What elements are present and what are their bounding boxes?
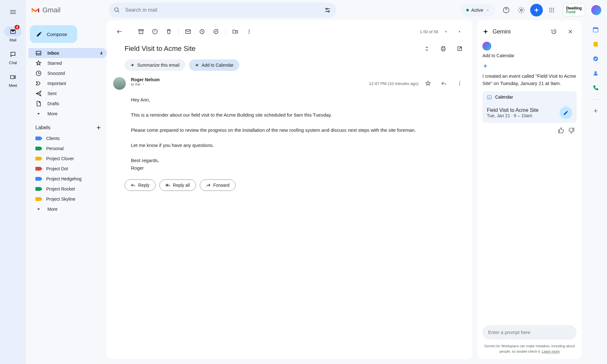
organization-chip[interactable]: Dwelling Fund bbox=[563, 4, 585, 16]
add-to-calendar-chip[interactable]: Add to Calendar bbox=[189, 59, 239, 71]
clock-icon bbox=[199, 28, 205, 35]
nav-sent[interactable]: Sent bbox=[28, 88, 107, 99]
nav-drafts-label: Drafts bbox=[47, 101, 59, 106]
svg-point-4 bbox=[520, 9, 522, 11]
label-color-icon bbox=[35, 147, 40, 150]
label-item[interactable]: Project Hedgehog bbox=[28, 174, 107, 184]
nav-important[interactable]: Important bbox=[28, 78, 107, 88]
rail-chat[interactable]: Chat bbox=[4, 49, 22, 65]
more-actions-button[interactable] bbox=[243, 25, 255, 38]
star-message-button[interactable] bbox=[422, 77, 434, 90]
help-icon bbox=[502, 6, 510, 14]
thumbs-down-button[interactable] bbox=[568, 127, 575, 134]
thumbs-up-button[interactable] bbox=[558, 127, 564, 134]
label-item[interactable]: Project Rocket bbox=[28, 184, 107, 194]
edit-event-button[interactable] bbox=[560, 106, 572, 119]
event-card[interactable]: Field Visit to Acme Site Tue, Jan 21 · 9… bbox=[482, 103, 577, 123]
recipient-line[interactable]: to me bbox=[131, 82, 364, 87]
rail-meet[interactable]: Meet bbox=[4, 72, 22, 88]
gemini-button[interactable] bbox=[530, 4, 543, 16]
reply-button[interactable]: Reply bbox=[125, 179, 156, 191]
hamburger-icon bbox=[9, 8, 17, 16]
search-options-button[interactable] bbox=[321, 4, 334, 16]
mark-unread-button[interactable] bbox=[182, 25, 194, 38]
nav-drafts[interactable]: Drafts bbox=[28, 99, 107, 109]
label-item[interactable]: Personal bbox=[28, 143, 107, 154]
label-color-icon bbox=[35, 197, 40, 201]
label-color-icon bbox=[35, 167, 40, 171]
pencil-icon bbox=[36, 31, 42, 37]
nav-inbox[interactable]: Inbox 4 bbox=[28, 48, 107, 58]
nav-snoozed[interactable]: Snoozed bbox=[28, 68, 107, 78]
svg-point-18 bbox=[249, 30, 250, 31]
label-name: Project Dot bbox=[46, 166, 68, 171]
pager-next[interactable] bbox=[453, 25, 466, 38]
important-icon bbox=[35, 80, 42, 87]
svg-point-30 bbox=[595, 71, 597, 73]
calendar-source-chip[interactable]: 31 Calendar bbox=[482, 91, 577, 103]
addon-get-addons[interactable] bbox=[592, 108, 599, 114]
apps-button[interactable] bbox=[545, 4, 558, 16]
sender-avatar[interactable] bbox=[113, 77, 126, 90]
snooze-button[interactable] bbox=[196, 25, 208, 38]
nav-more[interactable]: More bbox=[28, 109, 107, 119]
nav-sent-label: Sent bbox=[47, 91, 57, 96]
nav-starred[interactable]: Starred bbox=[28, 58, 107, 68]
addon-voice[interactable] bbox=[592, 85, 599, 91]
logo[interactable]: Gmail bbox=[31, 6, 106, 14]
status-chip[interactable]: Active bbox=[461, 4, 495, 16]
account-avatar[interactable] bbox=[591, 4, 602, 16]
gemini-history-button[interactable] bbox=[548, 25, 560, 38]
add-task-button[interactable] bbox=[210, 25, 222, 38]
gemini-response: I created an event called "Field Visit t… bbox=[482, 73, 577, 87]
add-label-button[interactable] bbox=[95, 124, 102, 131]
message-more-button[interactable] bbox=[453, 77, 466, 90]
svg-rect-28 bbox=[593, 42, 598, 47]
label-item[interactable]: Project Clover bbox=[28, 154, 107, 164]
back-button[interactable] bbox=[113, 25, 126, 38]
addon-keep[interactable] bbox=[592, 41, 599, 47]
gemini-close-button[interactable] bbox=[564, 25, 577, 38]
label-item[interactable]: Project Skyline bbox=[28, 194, 107, 204]
expand-button[interactable] bbox=[420, 42, 433, 55]
gemini-prompt-field[interactable] bbox=[482, 325, 577, 340]
nav-snoozed-label: Snoozed bbox=[47, 71, 65, 76]
svg-point-5 bbox=[549, 8, 550, 9]
addon-tasks[interactable] bbox=[592, 56, 599, 62]
gemini-spark-icon bbox=[482, 28, 489, 35]
thumb-down-icon bbox=[568, 127, 575, 134]
settings-button[interactable] bbox=[515, 4, 528, 16]
label-item[interactable]: Clients bbox=[28, 133, 107, 143]
main-menu-button[interactable] bbox=[5, 4, 21, 20]
search-bar[interactable] bbox=[109, 3, 336, 18]
print-button[interactable] bbox=[437, 42, 450, 55]
move-to-button[interactable] bbox=[229, 25, 242, 38]
tune-icon bbox=[324, 7, 331, 13]
addon-contacts[interactable] bbox=[592, 70, 599, 76]
learn-more-link[interactable]: Learn more bbox=[542, 349, 560, 353]
archive-button[interactable] bbox=[135, 25, 147, 38]
open-new-window-button[interactable] bbox=[453, 42, 466, 55]
support-button[interactable] bbox=[500, 4, 512, 16]
delete-button[interactable] bbox=[162, 25, 175, 38]
gemini-user-avatar bbox=[482, 42, 491, 51]
reply-all-button[interactable]: Reply all bbox=[159, 179, 196, 191]
label-item[interactable]: Project Dot bbox=[28, 164, 107, 174]
labels-more[interactable]: More bbox=[28, 204, 107, 214]
reply-icon-button[interactable] bbox=[438, 77, 450, 90]
label-name: Personal bbox=[46, 146, 64, 151]
mail-badge: 4 bbox=[14, 25, 20, 30]
svg-point-23 bbox=[459, 85, 460, 86]
pager-prev[interactable] bbox=[439, 25, 452, 38]
status-dot-icon bbox=[466, 9, 469, 11]
gemini-prompt-input[interactable] bbox=[488, 330, 571, 335]
addon-calendar[interactable] bbox=[592, 27, 599, 33]
spam-button[interactable] bbox=[149, 25, 161, 38]
compose-button[interactable]: Compose bbox=[30, 25, 77, 43]
forward-button[interactable]: Forward bbox=[200, 179, 236, 191]
summarize-chip[interactable]: Summarize this email bbox=[125, 59, 185, 71]
search-input[interactable] bbox=[125, 7, 316, 13]
gemini-context: Add to Calendar bbox=[482, 53, 577, 58]
star-icon bbox=[35, 60, 42, 66]
rail-mail[interactable]: 4 Mail bbox=[4, 27, 22, 42]
